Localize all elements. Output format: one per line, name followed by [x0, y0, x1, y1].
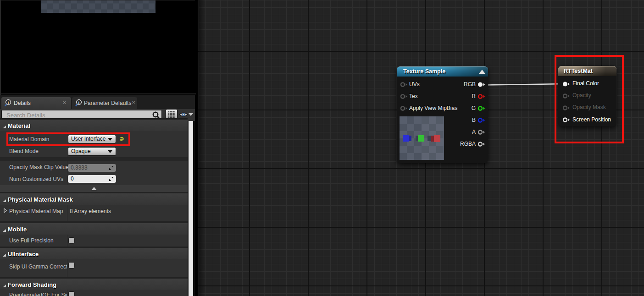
- svg-text:i: i: [78, 100, 80, 105]
- svg-text:i: i: [8, 100, 9, 105]
